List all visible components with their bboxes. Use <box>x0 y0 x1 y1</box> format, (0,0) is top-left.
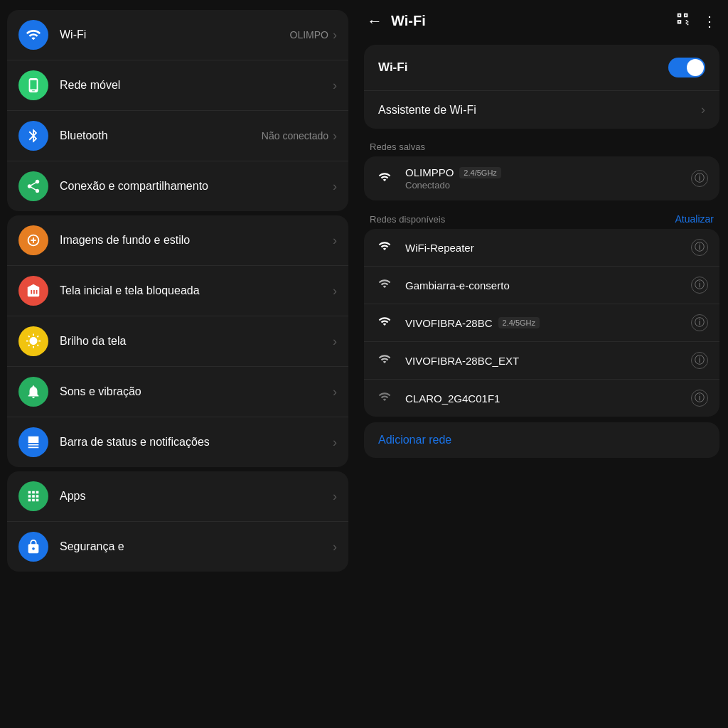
network-row-1[interactable]: Gambiarra-e-conserto ⓘ <box>364 267 719 304</box>
brightness-chevron: › <box>333 334 337 349</box>
homescreen-item[interactable]: Tela inicial e tela bloqueada › <box>7 266 348 316</box>
wifi-value: OLIMPO <box>290 29 328 41</box>
network-info-icon-2[interactable]: ⓘ <box>691 314 708 331</box>
bluetooth-value: Não conectado <box>262 130 328 141</box>
mobile-icon <box>18 70 48 100</box>
wifi-signal-icon-0 <box>375 240 394 256</box>
connection-icon <box>18 171 48 201</box>
bluetooth-icon <box>18 121 48 151</box>
connectivity-group: Wi-Fi OLIMPO › Rede móvel › Bl <box>7 10 348 211</box>
saved-section-label: Redes salvas <box>364 134 719 156</box>
security-title: Segurança e <box>60 540 333 555</box>
wifi-header: ← Wi-Fi ⋮ <box>355 0 728 39</box>
saved-networks-card: OLIMPPO 2.4/5GHz Conectado ⓘ <box>364 156 719 200</box>
network-row-0[interactable]: WiFi-Repeater ⓘ <box>364 229 719 267</box>
display-group: Imagens de fundo e estilo › Tela inicial… <box>7 215 348 467</box>
wifi-icon <box>18 20 48 50</box>
mobile-chevron: › <box>333 78 337 93</box>
sound-title: Sons e vibração <box>60 385 333 400</box>
network-info-icon-3[interactable]: ⓘ <box>691 352 708 369</box>
statusbar-text: Barra de status e notificações <box>60 435 333 450</box>
bluetooth-chevron: › <box>333 129 337 144</box>
network-info-0: WiFi-Repeater <box>405 242 691 254</box>
connection-item[interactable]: Conexão e compartilhamento › <box>7 161 348 211</box>
sound-icon <box>18 377 48 407</box>
wallpaper-text: Imagens de fundo e estilo <box>60 233 333 248</box>
wifi-signal-icon-2 <box>375 315 394 331</box>
wifi-toggle-row: Wi-Fi <box>364 45 719 91</box>
brightness-icon <box>18 326 48 356</box>
wifi-signal-icon-1 <box>375 277 394 294</box>
apps-item[interactable]: Apps › <box>7 471 348 522</box>
network-name-0: WiFi-Repeater <box>405 242 691 254</box>
qr-code-icon[interactable] <box>675 11 691 31</box>
wifi-assistant-label: Assistente de Wi-Fi <box>378 104 701 117</box>
homescreen-icon <box>18 276 48 306</box>
network-name-1: Gambiarra-e-conserto <box>405 279 691 291</box>
network-row-4[interactable]: CLARO_2G4C01F1 ⓘ <box>364 380 719 417</box>
wifi-page-title: Wi-Fi <box>391 13 675 29</box>
settings-panel: Wi-Fi OLIMPO › Rede móvel › Bl <box>0 0 355 728</box>
refresh-button[interactable]: Atualizar <box>675 213 714 225</box>
wifi-assistant-row[interactable]: Assistente de Wi-Fi › <box>364 91 719 129</box>
brightness-text: Brilho da tela <box>60 334 333 349</box>
more-options-icon[interactable]: ⋮ <box>702 13 717 30</box>
bluetooth-text: Bluetooth <box>60 129 262 144</box>
available-section-label: Redes disponíveis <box>370 214 675 225</box>
assistant-chevron: › <box>701 102 705 117</box>
wallpaper-chevron: › <box>333 233 337 248</box>
add-network-card: Adicionar rede <box>364 422 719 458</box>
brightness-title: Brilho da tela <box>60 334 333 349</box>
homescreen-title: Tela inicial e tela bloqueada <box>60 284 333 299</box>
wifi-item[interactable]: Wi-Fi OLIMPO › <box>7 10 348 60</box>
security-chevron: › <box>333 540 337 555</box>
saved-band-badge: 2.4/5GHz <box>459 167 500 178</box>
network-name-3: VIVOFIBRA-28BC_EXT <box>405 355 691 367</box>
vivofibra-band-badge: 2.4/5GHz <box>498 317 540 328</box>
bluetooth-item[interactable]: Bluetooth Não conectado › <box>7 111 348 161</box>
network-info-4: CLARO_2G4C01F1 <box>405 392 691 405</box>
statusbar-title: Barra de status e notificações <box>60 435 333 450</box>
apps-group: Apps › Segurança e › <box>7 471 348 572</box>
wifi-title: Wi-Fi <box>60 28 290 43</box>
saved-network-name: OLIMPPO 2.4/5GHz <box>405 166 691 178</box>
saved-network-info-icon[interactable]: ⓘ <box>691 170 708 187</box>
network-row-3[interactable]: VIVOFIBRA-28BC_EXT ⓘ <box>364 342 719 380</box>
add-network-row[interactable]: Adicionar rede <box>364 422 719 458</box>
connection-title: Conexão e compartilhamento <box>60 179 333 194</box>
network-info-2: VIVOFIBRA-28BC 2.4/5GHz <box>405 317 691 329</box>
saved-network-status: Conectado <box>405 180 691 191</box>
statusbar-item[interactable]: Barra de status e notificações › <box>7 417 348 467</box>
security-item[interactable]: Segurança e › <box>7 522 348 572</box>
network-row-2[interactable]: VIVOFIBRA-28BC 2.4/5GHz ⓘ <box>364 304 719 342</box>
add-network-label: Adicionar rede <box>378 434 451 446</box>
statusbar-chevron: › <box>333 435 337 450</box>
available-networks-card: WiFi-Repeater ⓘ Gambiarra-e-conserto ⓘ <box>364 229 719 417</box>
back-button[interactable]: ← <box>367 12 382 31</box>
security-text: Segurança e <box>60 540 333 555</box>
sound-chevron: › <box>333 385 337 400</box>
statusbar-icon <box>18 427 48 457</box>
header-icons: ⋮ <box>675 11 717 31</box>
homescreen-chevron: › <box>333 284 337 299</box>
mobile-title: Rede móvel <box>60 78 333 93</box>
saved-network-info: OLIMPPO 2.4/5GHz Conectado <box>405 166 691 191</box>
security-icon <box>18 532 48 562</box>
mobile-item[interactable]: Rede móvel › <box>7 60 348 111</box>
network-info-icon-4[interactable]: ⓘ <box>691 390 708 407</box>
wifi-chevron: › <box>333 28 337 43</box>
toggle-knob <box>687 59 704 76</box>
connection-text: Conexão e compartilhamento <box>60 179 333 194</box>
network-info-3: VIVOFIBRA-28BC_EXT <box>405 355 691 367</box>
wallpaper-item[interactable]: Imagens de fundo e estilo › <box>7 215 348 266</box>
saved-wifi-signal-icon <box>375 171 394 187</box>
network-info-icon-1[interactable]: ⓘ <box>691 277 708 294</box>
wifi-toggle-switch[interactable] <box>668 58 705 77</box>
network-info-icon-0[interactable]: ⓘ <box>691 239 708 256</box>
available-header: Redes disponíveis Atualizar <box>364 206 719 229</box>
brightness-item[interactable]: Brilho da tela › <box>7 316 348 367</box>
saved-network-row[interactable]: OLIMPPO 2.4/5GHz Conectado ⓘ <box>364 156 719 200</box>
sound-item[interactable]: Sons e vibração › <box>7 367 348 417</box>
wallpaper-title: Imagens de fundo e estilo <box>60 233 333 248</box>
homescreen-text: Tela inicial e tela bloqueada <box>60 284 333 299</box>
